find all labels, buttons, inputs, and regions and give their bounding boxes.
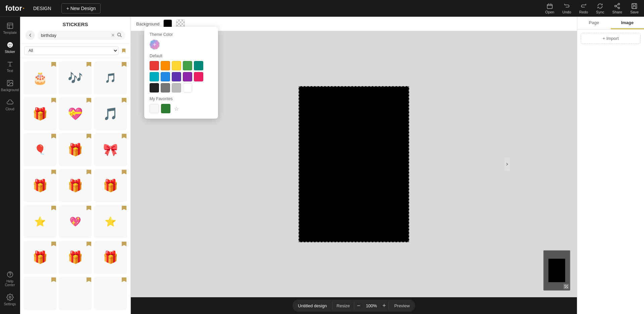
sticker-item[interactable]: 🎂 bbox=[23, 61, 57, 95]
sidebar-item-help[interactable]: Help Center bbox=[1, 268, 19, 290]
template-icon bbox=[6, 22, 14, 29]
sticker-item[interactable]: 🎁 bbox=[94, 241, 127, 274]
save-action[interactable]: Save bbox=[630, 3, 639, 14]
sticker-bookmark bbox=[122, 134, 126, 138]
fav-swatch-white[interactable] bbox=[150, 104, 159, 113]
add-theme-color-button[interactable]: + bbox=[150, 40, 160, 50]
sticker-item[interactable]: 🎶 bbox=[59, 61, 92, 95]
sticker-item[interactable]: 🎵 bbox=[94, 97, 127, 130]
svg-point-1 bbox=[618, 3, 620, 5]
cloud-icon bbox=[6, 99, 14, 106]
add-favorite-button[interactable]: ☆ bbox=[172, 105, 180, 113]
sticker-item[interactable] bbox=[23, 277, 57, 310]
color-swatch-teal[interactable] bbox=[194, 61, 203, 70]
sticker-item[interactable]: 🎁 bbox=[59, 169, 92, 202]
sticker-item[interactable]: 🎁 bbox=[59, 133, 92, 166]
color-swatch-cyan[interactable] bbox=[150, 72, 159, 81]
share-icon bbox=[614, 3, 621, 9]
sticker-item[interactable]: ⭐ bbox=[94, 205, 127, 238]
sticker-panel-title: STICKERS bbox=[25, 21, 125, 27]
sticker-bookmark bbox=[51, 62, 56, 67]
color-swatch-darkgray[interactable] bbox=[161, 83, 170, 92]
share-action[interactable]: Share bbox=[612, 3, 622, 14]
sidebar-item-background[interactable]: Background bbox=[1, 77, 19, 95]
sidebar-item-settings[interactable]: Settings bbox=[1, 291, 19, 309]
new-design-button[interactable]: + New Design bbox=[61, 3, 101, 13]
sticker-item[interactable]: 🎁 bbox=[23, 241, 57, 274]
sticker-bookmark bbox=[51, 134, 56, 138]
sticker-item[interactable]: 🎁 bbox=[23, 97, 57, 130]
color-swatch-white[interactable] bbox=[183, 83, 192, 92]
right-panel-collapse-button[interactable] bbox=[504, 158, 510, 171]
bookmark-filter-icon bbox=[121, 48, 126, 53]
color-swatch-yellow[interactable] bbox=[172, 61, 181, 70]
sticker-panel-header: STICKERS ✕ bbox=[20, 17, 130, 44]
sticker-bookmark bbox=[122, 62, 126, 67]
resize-button[interactable]: Resize bbox=[332, 300, 354, 312]
redo-action[interactable]: Redo bbox=[579, 3, 588, 14]
design-title: Untitled design bbox=[292, 303, 332, 308]
sidebar-item-sticker[interactable]: Sticker bbox=[1, 39, 19, 56]
sticker-item[interactable]: 💖 bbox=[59, 205, 92, 238]
sticker-item[interactable]: 🎁 bbox=[59, 241, 92, 274]
help-icon bbox=[6, 271, 14, 278]
back-icon bbox=[28, 33, 32, 37]
sticker-bookmark bbox=[87, 170, 91, 174]
sticker-icon bbox=[6, 41, 14, 49]
color-swatch-orange[interactable] bbox=[161, 61, 170, 70]
sync-action[interactable]: Sync bbox=[596, 3, 604, 14]
tab-page[interactable]: Page bbox=[577, 17, 611, 29]
theme-color-row: + bbox=[150, 40, 213, 50]
svg-rect-8 bbox=[633, 6, 636, 8]
color-swatch-pink[interactable] bbox=[194, 72, 203, 81]
settings-icon bbox=[6, 294, 14, 301]
color-swatch-blue[interactable] bbox=[161, 72, 170, 81]
search-input[interactable] bbox=[41, 33, 109, 38]
sidebar-item-template[interactable]: Template bbox=[1, 19, 19, 37]
preview-button[interactable]: Preview bbox=[389, 300, 415, 312]
text-icon bbox=[6, 60, 14, 68]
sticker-item[interactable]: 💝 bbox=[59, 97, 92, 130]
zoom-out-button[interactable]: − bbox=[354, 300, 363, 312]
search-submit-button[interactable] bbox=[117, 33, 122, 38]
search-row: ✕ bbox=[25, 30, 125, 40]
canvas-design[interactable] bbox=[299, 86, 409, 242]
sticker-item[interactable]: 🎁 bbox=[94, 169, 127, 202]
open-action[interactable]: Open bbox=[545, 3, 554, 14]
right-panel-tabs: Page Image bbox=[577, 17, 644, 29]
sticker-item[interactable]: ⭐ bbox=[23, 205, 57, 238]
sticker-panel: STICKERS ✕ All Animated Static bbox=[20, 17, 131, 314]
canvas-expand-button[interactable] bbox=[564, 284, 569, 289]
color-swatch-lightgray[interactable] bbox=[172, 83, 181, 92]
zoom-in-button[interactable]: + bbox=[380, 300, 389, 312]
tab-image[interactable]: Image bbox=[611, 17, 644, 29]
import-button[interactable]: + Import bbox=[581, 33, 641, 44]
color-swatch-black[interactable] bbox=[150, 83, 159, 92]
sticker-item[interactable]: 🎈 bbox=[23, 133, 57, 166]
sticker-item[interactable] bbox=[94, 277, 127, 310]
back-button[interactable] bbox=[25, 30, 35, 40]
sticker-item[interactable] bbox=[59, 277, 92, 310]
color-swatch-violet[interactable] bbox=[183, 72, 192, 81]
default-colors bbox=[150, 61, 213, 92]
main-layout: Template Sticker Text Background Cloud H… bbox=[0, 17, 644, 314]
search-clear-button[interactable]: ✕ bbox=[111, 33, 115, 38]
sticker-bookmark bbox=[122, 277, 126, 282]
sticker-item[interactable]: 🎵 bbox=[94, 61, 127, 95]
svg-point-18 bbox=[10, 276, 10, 276]
undo-icon bbox=[564, 3, 570, 9]
sticker-item[interactable]: 🎀 bbox=[94, 133, 127, 166]
sidebar-item-text[interactable]: Text bbox=[1, 58, 19, 75]
color-swatch-green[interactable] bbox=[183, 61, 192, 70]
right-panel: Page Image + Import bbox=[577, 17, 644, 314]
filter-select[interactable]: All Animated Static bbox=[24, 46, 118, 55]
undo-action[interactable]: Undo bbox=[562, 3, 571, 14]
sticker-bookmark bbox=[122, 170, 126, 174]
fav-swatch-green[interactable] bbox=[161, 104, 170, 113]
design-button[interactable]: DESIGN bbox=[30, 4, 56, 13]
sticker-item[interactable]: 🎁 bbox=[23, 169, 57, 202]
color-swatch-purple[interactable] bbox=[172, 72, 181, 81]
sidebar-item-cloud[interactable]: Cloud bbox=[1, 96, 19, 114]
color-swatch-red[interactable] bbox=[150, 61, 159, 70]
logo: fotor● bbox=[5, 4, 24, 13]
